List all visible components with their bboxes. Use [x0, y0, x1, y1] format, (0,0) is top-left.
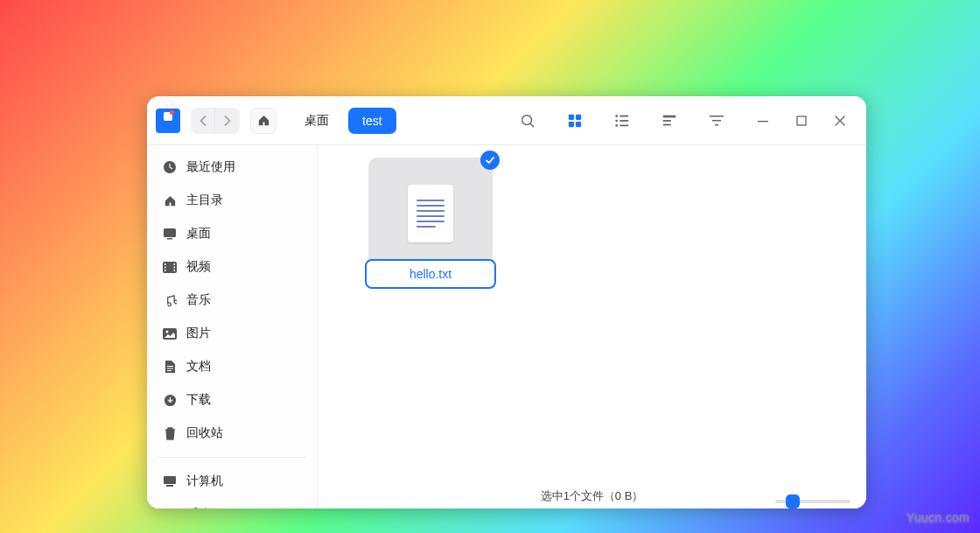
sidebar-item-downloads[interactable]: 下载	[147, 383, 317, 417]
breadcrumb-current[interactable]: test	[348, 108, 396, 134]
svg-rect-36	[166, 485, 173, 487]
window-controls	[742, 106, 858, 136]
file-view[interactable]: hello.txt	[318, 145, 866, 508]
sidebar-item-videos[interactable]: 视频	[147, 250, 317, 284]
svg-rect-16	[715, 124, 718, 126]
svg-rect-3	[569, 121, 574, 126]
zoom-slider[interactable]	[775, 500, 850, 503]
breadcrumb: 桌面 test	[290, 108, 396, 134]
nav-forward-button[interactable]	[215, 108, 240, 134]
sidebar-item-music[interactable]: 音乐	[147, 284, 317, 317]
view-detail-button[interactable]	[654, 106, 684, 136]
sidebar-item-recent[interactable]: 最近使用	[147, 151, 317, 184]
svg-rect-13	[663, 123, 671, 125]
svg-rect-23	[164, 263, 166, 265]
svg-rect-12	[663, 120, 671, 122]
trash-icon	[163, 426, 177, 440]
svg-rect-32	[167, 368, 173, 369]
svg-rect-1	[569, 114, 574, 119]
sidebar-item-label: 主目录	[186, 193, 223, 208]
view-list-button[interactable]	[607, 106, 637, 136]
sidebar: 最近使用 主目录 桌面 视频 音乐 图片	[147, 145, 318, 508]
sidebar-item-computer[interactable]: 计算机	[147, 465, 317, 498]
svg-rect-27	[174, 266, 176, 268]
svg-rect-15	[712, 120, 721, 122]
image-icon	[163, 326, 177, 340]
svg-point-30	[166, 330, 169, 333]
close-button[interactable]	[822, 106, 858, 136]
svg-rect-8	[620, 120, 628, 122]
sidebar-item-desktop[interactable]: 桌面	[147, 217, 317, 250]
sidebar-item-trash[interactable]: 回收站	[147, 417, 317, 450]
search-button[interactable]	[513, 106, 542, 136]
app-icon	[156, 109, 180, 133]
body: 最近使用 主目录 桌面 视频 音乐 图片	[147, 145, 866, 508]
sidebar-item-label: 最近使用	[186, 159, 235, 175]
svg-rect-21	[167, 238, 172, 240]
svg-point-7	[615, 119, 618, 122]
download-icon	[163, 393, 177, 407]
svg-rect-33	[167, 370, 172, 371]
sidebar-item-label: 下载	[186, 392, 211, 408]
svg-rect-4	[576, 121, 581, 126]
minimize-button[interactable]	[746, 106, 780, 136]
svg-rect-24	[164, 266, 166, 268]
watermark: Yuucn.com	[906, 510, 970, 524]
text-file-icon	[400, 183, 461, 244]
sidebar-item-label: 图片	[186, 326, 211, 341]
sidebar-item-label: 系统盘	[186, 507, 223, 508]
sidebar-item-pictures[interactable]: 图片	[147, 317, 317, 350]
menu-button[interactable]	[702, 106, 732, 136]
clock-icon	[163, 160, 177, 174]
sidebar-item-documents[interactable]: 文档	[147, 350, 317, 383]
svg-rect-31	[167, 366, 173, 367]
breadcrumb-parent[interactable]: 桌面	[290, 108, 343, 134]
disk-icon	[163, 508, 177, 508]
home-icon	[163, 193, 177, 207]
file-item-hello-txt[interactable]: hello.txt	[368, 158, 493, 287]
home-button[interactable]	[250, 108, 276, 134]
nav-back-button[interactable]	[191, 108, 215, 134]
sidebar-item-label: 计算机	[186, 473, 223, 489]
svg-rect-2	[576, 114, 581, 119]
svg-rect-18	[797, 116, 806, 125]
svg-point-5	[615, 115, 618, 117]
maximize-button[interactable]	[784, 106, 819, 136]
sidebar-item-label: 音乐	[186, 292, 211, 308]
sidebar-item-system-disk[interactable]: 系统盘	[147, 498, 317, 508]
svg-rect-35	[164, 476, 176, 484]
svg-point-9	[615, 124, 618, 127]
titlebar: 桌面 test	[147, 96, 866, 145]
svg-rect-10	[620, 124, 628, 126]
svg-rect-6	[620, 115, 628, 116]
sidebar-item-label: 文档	[186, 359, 211, 375]
sidebar-item-label: 桌面	[186, 226, 211, 242]
music-icon	[163, 293, 177, 307]
nav-buttons	[191, 108, 240, 134]
status-text: 选中1个文件（0 B）	[541, 488, 644, 504]
filename-edit[interactable]: hello.txt	[365, 259, 496, 289]
status-bar: 选中1个文件（0 B）	[318, 484, 866, 508]
sidebar-divider	[158, 457, 306, 458]
filename-label: hello.txt	[410, 267, 452, 281]
selected-check-icon	[480, 151, 500, 170]
svg-rect-29	[163, 328, 177, 340]
doc-icon	[163, 360, 177, 374]
view-icons-button[interactable]	[560, 106, 590, 136]
video-icon	[163, 260, 177, 274]
svg-rect-17	[758, 121, 768, 122]
sidebar-item-home[interactable]: 主目录	[147, 184, 317, 217]
svg-rect-25	[164, 270, 166, 271]
sidebar-item-label: 视频	[186, 259, 211, 275]
svg-rect-14	[710, 116, 724, 117]
svg-rect-28	[174, 270, 176, 271]
computer-icon	[163, 474, 177, 488]
desktop-icon	[163, 227, 177, 241]
svg-rect-26	[174, 263, 176, 265]
file-manager-window: 桌面 test	[147, 96, 866, 508]
svg-rect-11	[663, 115, 676, 117]
sidebar-item-label: 回收站	[186, 425, 223, 441]
svg-rect-20	[164, 228, 176, 237]
